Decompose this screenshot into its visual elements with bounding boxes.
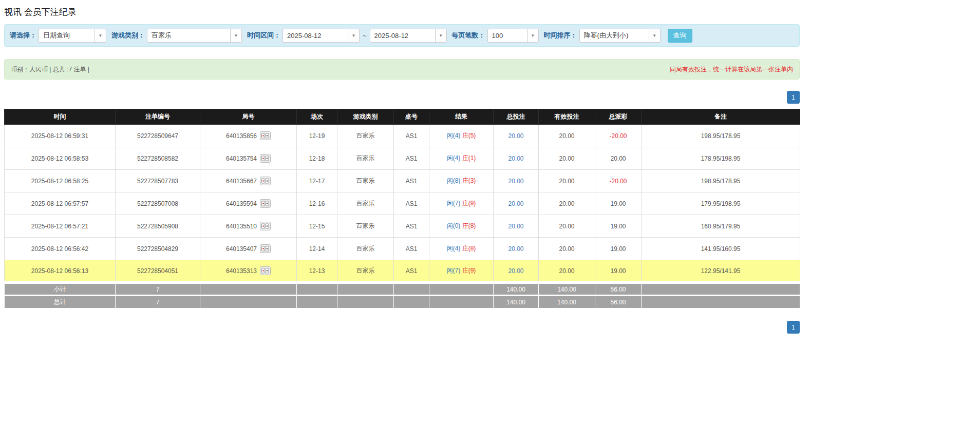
- total-bet-cell[interactable]: 20.00: [494, 170, 539, 192]
- payout-cell: -20.00: [595, 170, 642, 192]
- banker-result: 庄(9): [462, 267, 476, 274]
- summary-total-bet-cell: 140.00: [494, 296, 539, 308]
- total-bet-cell[interactable]: 20.00: [494, 238, 539, 260]
- bet-id-cell: 522728507783: [116, 170, 200, 192]
- sort-order-label: 时间排序：: [544, 31, 577, 40]
- table-row: 2025-08-12 06:58:25522728507783640135667…: [5, 170, 800, 192]
- view-cards-icon[interactable]: [260, 199, 271, 208]
- chevron-down-icon: ▼: [435, 29, 446, 42]
- table-no-cell: AS1: [394, 170, 429, 192]
- payout-cell: 19.00: [595, 215, 642, 238]
- bet-id-cell: 522728508582: [116, 147, 200, 170]
- search-button[interactable]: 查询: [668, 29, 692, 43]
- view-cards-icon[interactable]: [260, 222, 271, 230]
- round-cell: 640135754: [200, 147, 297, 170]
- summary-empty-cell: [337, 283, 394, 296]
- banker-result: 庄(5): [462, 132, 476, 139]
- summary-empty-cell: [200, 283, 297, 296]
- chevron-down-icon: ▼: [95, 29, 106, 42]
- round-id: 640135754: [226, 155, 257, 162]
- result-cell: 闲(4) 庄(1): [429, 147, 494, 170]
- banker-result: 庄(8): [462, 222, 476, 229]
- summary-count-cell: 7: [116, 283, 200, 296]
- date-from-value: 2025-08-12: [283, 32, 348, 40]
- player-result: 闲(7): [447, 267, 461, 274]
- session-cell: 12-18: [297, 147, 337, 170]
- summary-label-cell: 小计: [5, 283, 116, 296]
- column-header: 局号: [200, 109, 297, 125]
- total-bet-cell[interactable]: 20.00: [494, 260, 539, 283]
- view-cards-icon[interactable]: [260, 266, 271, 275]
- bet-id-cell: 522728505908: [116, 215, 200, 238]
- round-cell: 640135856: [200, 125, 297, 147]
- chevron-down-icon: ▼: [527, 29, 538, 42]
- total-bet-cell[interactable]: 20.00: [494, 215, 539, 238]
- query-type-value: 日期查询: [39, 31, 95, 40]
- date-to-value: 2025-08-12: [370, 32, 435, 40]
- payout-cell: -20.00: [595, 125, 642, 147]
- game-type-select[interactable]: 百家乐 ▼: [147, 29, 242, 43]
- summary-empty-cell: [337, 296, 394, 308]
- banker-result: 庄(1): [462, 154, 476, 162]
- summary-payout-cell: 56.00: [595, 283, 642, 296]
- game-type-value: 百家乐: [147, 31, 230, 40]
- summary-empty-cell: [642, 283, 800, 296]
- view-cards-icon[interactable]: [260, 154, 271, 163]
- date-to-select[interactable]: 2025-08-12 ▼: [370, 29, 447, 43]
- column-header: 注单编号: [116, 109, 200, 125]
- round-cell: 640135594: [200, 192, 297, 215]
- total-bet-cell[interactable]: 20.00: [494, 192, 539, 215]
- time-cell: 2025-08-12 06:58:53: [5, 147, 116, 170]
- session-cell: 12-14: [297, 238, 337, 260]
- page-size-select[interactable]: 100 ▼: [487, 29, 539, 43]
- round-wrap: 640135754: [226, 154, 271, 163]
- range-separator: ~: [363, 32, 367, 40]
- round-id: 640135510: [226, 223, 257, 230]
- valid-bet-cell: 20.00: [539, 260, 595, 283]
- table-no-cell: AS1: [394, 215, 429, 238]
- summary-count-cell: 7: [116, 296, 200, 308]
- note-cell: 122.95/141.95: [642, 260, 800, 283]
- bet-records-table: 时间注单编号局号场次游戏类别桌号结果总投注有效投注总派彩备注 2025-08-1…: [4, 109, 800, 308]
- round-id: 640135856: [226, 132, 257, 140]
- valid-bet-cell: 20.00: [539, 192, 595, 215]
- summary-empty-cell: [297, 283, 337, 296]
- currency-summary-text: 币别：人民币 | 总共 :7 注单 |: [11, 65, 89, 74]
- view-cards-icon[interactable]: [260, 131, 271, 140]
- table-header-row: 时间注单编号局号场次游戏类别桌号结果总投注有效投注总派彩备注: [5, 109, 800, 125]
- total-row: 总计7140.00140.0056.00: [5, 296, 800, 308]
- banker-result: 庄(9): [462, 200, 476, 207]
- note-cell: 160.95/179.95: [642, 215, 800, 238]
- query-type-group: 请选择： 日期查询 ▼: [10, 29, 106, 43]
- sort-order-select[interactable]: 降幂(由大到小) ▼: [579, 29, 661, 43]
- result-cell: 闲(4) 庄(8): [429, 238, 494, 260]
- page-size-value: 100: [488, 32, 527, 40]
- view-cards-icon[interactable]: [260, 244, 271, 253]
- column-header: 总投注: [494, 109, 539, 125]
- valid-bet-notice-text: 同局有效投注，统一计算在该局第一张注单内: [670, 65, 793, 74]
- round-wrap: 640135856: [226, 131, 271, 140]
- payout-cell: 19.00: [595, 192, 642, 215]
- player-result: 闲(4): [447, 245, 461, 252]
- date-from-select[interactable]: 2025-08-12 ▼: [282, 29, 360, 43]
- table-row: 2025-08-12 06:59:31522728509647640135856…: [5, 125, 800, 147]
- round-id: 640135667: [226, 178, 257, 185]
- page-1-button[interactable]: 1: [787, 321, 800, 334]
- round-wrap: 640135313: [226, 266, 271, 275]
- round-cell: 640135667: [200, 170, 297, 192]
- query-type-select[interactable]: 日期查询 ▼: [39, 29, 106, 43]
- table-row: 2025-08-12 06:57:21522728505908640135510…: [5, 215, 800, 238]
- result-cell: 闲(8) 庄(3): [429, 170, 494, 192]
- table-row: 2025-08-12 06:56:42522728504829640135407…: [5, 238, 800, 260]
- total-bet-cell[interactable]: 20.00: [494, 147, 539, 170]
- game-type-cell: 百家乐: [337, 238, 394, 260]
- payout-cell: 19.00: [595, 238, 642, 260]
- game-type-cell: 百家乐: [337, 260, 394, 283]
- view-cards-icon[interactable]: [260, 177, 271, 185]
- pagination-bottom: 1: [4, 321, 800, 334]
- valid-bet-cell: 20.00: [539, 125, 595, 147]
- page-1-button[interactable]: 1: [787, 91, 800, 104]
- page-size-group: 每页笔数： 100 ▼: [452, 29, 539, 43]
- total-bet-cell[interactable]: 20.00: [494, 125, 539, 147]
- table-no-cell: AS1: [394, 125, 429, 147]
